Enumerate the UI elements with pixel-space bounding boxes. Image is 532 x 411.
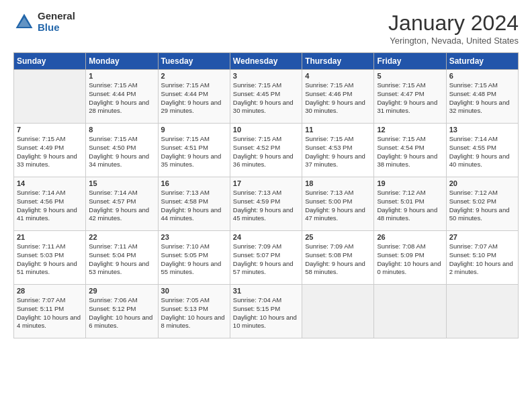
calendar-title: January 2024	[388, 11, 519, 36]
day-cell: 29Sunrise: 7:06 AM Sunset: 5:12 PM Dayli…	[86, 285, 158, 338]
day-number: 24	[233, 233, 299, 241]
week-row-4: 21Sunrise: 7:11 AM Sunset: 5:03 PM Dayli…	[14, 231, 519, 285]
day-cell: 28Sunrise: 7:07 AM Sunset: 5:11 PM Dayli…	[14, 285, 86, 338]
day-cell: 7Sunrise: 7:15 AM Sunset: 4:49 PM Daylig…	[14, 124, 86, 177]
day-info: Sunrise: 7:11 AM Sunset: 5:04 PM Dayligh…	[89, 242, 154, 277]
day-cell	[14, 70, 86, 124]
day-info: Sunrise: 7:15 AM Sunset: 4:44 PM Dayligh…	[161, 81, 227, 116]
day-number: 7	[17, 126, 83, 134]
logo-icon	[13, 11, 35, 33]
day-cell: 18Sunrise: 7:13 AM Sunset: 5:00 PM Dayli…	[302, 177, 374, 231]
day-info: Sunrise: 7:06 AM Sunset: 5:12 PM Dayligh…	[89, 296, 154, 330]
header-cell-sunday: Sunday	[14, 53, 86, 70]
logo-blue-text: Blue	[38, 22, 75, 34]
day-number: 22	[89, 233, 154, 241]
day-info: Sunrise: 7:04 AM Sunset: 5:15 PM Dayligh…	[233, 296, 299, 330]
day-cell: 27Sunrise: 7:07 AM Sunset: 5:10 PM Dayli…	[446, 231, 518, 285]
day-info: Sunrise: 7:14 AM Sunset: 4:57 PM Dayligh…	[89, 189, 154, 223]
day-info: Sunrise: 7:15 AM Sunset: 4:45 PM Dayligh…	[233, 81, 299, 116]
day-cell: 25Sunrise: 7:09 AM Sunset: 5:08 PM Dayli…	[302, 231, 374, 285]
day-info: Sunrise: 7:13 AM Sunset: 5:00 PM Dayligh…	[305, 189, 371, 223]
day-cell: 16Sunrise: 7:13 AM Sunset: 4:58 PM Dayli…	[158, 177, 230, 231]
day-number: 25	[305, 233, 371, 241]
day-info: Sunrise: 7:14 AM Sunset: 4:55 PM Dayligh…	[449, 135, 515, 169]
day-number: 16	[161, 179, 227, 187]
day-info: Sunrise: 7:15 AM Sunset: 4:53 PM Dayligh…	[305, 135, 371, 169]
day-cell: 30Sunrise: 7:05 AM Sunset: 5:13 PM Dayli…	[158, 285, 230, 338]
day-cell	[374, 285, 446, 338]
calendar-subtitle: Yerington, Nevada, United States	[388, 36, 519, 46]
day-number: 31	[233, 287, 299, 295]
header-cell-thursday: Thursday	[302, 53, 374, 70]
day-number: 11	[305, 126, 371, 134]
day-info: Sunrise: 7:05 AM Sunset: 5:13 PM Dayligh…	[161, 296, 227, 330]
day-info: Sunrise: 7:08 AM Sunset: 5:09 PM Dayligh…	[377, 242, 443, 277]
day-cell: 1Sunrise: 7:15 AM Sunset: 4:44 PM Daylig…	[86, 70, 158, 124]
day-info: Sunrise: 7:15 AM Sunset: 4:48 PM Dayligh…	[449, 81, 515, 116]
day-number: 12	[377, 126, 443, 134]
day-info: Sunrise: 7:11 AM Sunset: 5:03 PM Dayligh…	[17, 242, 83, 277]
day-info: Sunrise: 7:15 AM Sunset: 4:52 PM Dayligh…	[233, 135, 299, 169]
day-number: 18	[305, 179, 371, 187]
day-cell: 9Sunrise: 7:15 AM Sunset: 4:51 PM Daylig…	[158, 124, 230, 177]
logo: General Blue	[13, 11, 75, 33]
day-number: 3	[233, 72, 299, 80]
day-number: 14	[17, 179, 83, 187]
day-cell: 12Sunrise: 7:15 AM Sunset: 4:54 PM Dayli…	[374, 124, 446, 177]
day-cell: 21Sunrise: 7:11 AM Sunset: 5:03 PM Dayli…	[14, 231, 86, 285]
day-cell: 13Sunrise: 7:14 AM Sunset: 4:55 PM Dayli…	[446, 124, 518, 177]
logo-text: General Blue	[38, 11, 75, 33]
day-info: Sunrise: 7:14 AM Sunset: 4:56 PM Dayligh…	[17, 189, 83, 223]
day-number: 29	[89, 287, 154, 295]
day-info: Sunrise: 7:07 AM Sunset: 5:10 PM Dayligh…	[449, 242, 515, 277]
day-cell: 8Sunrise: 7:15 AM Sunset: 4:50 PM Daylig…	[86, 124, 158, 177]
day-number: 27	[449, 233, 515, 241]
header-row: SundayMondayTuesdayWednesdayThursdayFrid…	[14, 53, 519, 70]
day-cell	[302, 285, 374, 338]
day-cell: 17Sunrise: 7:13 AM Sunset: 4:59 PM Dayli…	[230, 177, 302, 231]
day-cell: 3Sunrise: 7:15 AM Sunset: 4:45 PM Daylig…	[230, 70, 302, 124]
day-number: 21	[17, 233, 83, 241]
week-row-2: 7Sunrise: 7:15 AM Sunset: 4:49 PM Daylig…	[14, 124, 519, 177]
day-number: 17	[233, 179, 299, 187]
page: General Blue January 2024 Yerington, Nev…	[0, 0, 532, 345]
day-number: 9	[161, 126, 227, 134]
day-cell: 19Sunrise: 7:12 AM Sunset: 5:01 PM Dayli…	[374, 177, 446, 231]
day-info: Sunrise: 7:15 AM Sunset: 4:47 PM Dayligh…	[377, 81, 443, 116]
day-number: 13	[449, 126, 515, 134]
week-row-1: 1Sunrise: 7:15 AM Sunset: 4:44 PM Daylig…	[14, 70, 519, 124]
header-cell-monday: Monday	[86, 53, 158, 70]
day-number: 4	[305, 72, 371, 80]
week-row-5: 28Sunrise: 7:07 AM Sunset: 5:11 PM Dayli…	[14, 285, 519, 338]
day-number: 8	[89, 126, 154, 134]
day-number: 15	[89, 179, 154, 187]
day-number: 6	[449, 72, 515, 80]
day-number: 28	[17, 287, 83, 295]
day-info: Sunrise: 7:12 AM Sunset: 5:02 PM Dayligh…	[449, 189, 515, 223]
day-info: Sunrise: 7:15 AM Sunset: 4:50 PM Dayligh…	[89, 135, 154, 169]
day-number: 2	[161, 72, 227, 80]
day-number: 5	[377, 72, 443, 80]
day-number: 10	[233, 126, 299, 134]
header-cell-tuesday: Tuesday	[158, 53, 230, 70]
day-info: Sunrise: 7:15 AM Sunset: 4:44 PM Dayligh…	[89, 81, 154, 116]
day-cell: 24Sunrise: 7:09 AM Sunset: 5:07 PM Dayli…	[230, 231, 302, 285]
day-cell: 20Sunrise: 7:12 AM Sunset: 5:02 PM Dayli…	[446, 177, 518, 231]
day-info: Sunrise: 7:07 AM Sunset: 5:11 PM Dayligh…	[17, 296, 83, 330]
day-cell: 31Sunrise: 7:04 AM Sunset: 5:15 PM Dayli…	[230, 285, 302, 338]
day-info: Sunrise: 7:15 AM Sunset: 4:54 PM Dayligh…	[377, 135, 443, 169]
day-number: 19	[377, 179, 443, 187]
calendar-table: SundayMondayTuesdayWednesdayThursdayFrid…	[13, 52, 519, 338]
day-number: 1	[89, 72, 154, 80]
title-block: January 2024 Yerington, Nevada, United S…	[388, 11, 519, 46]
day-cell: 4Sunrise: 7:15 AM Sunset: 4:46 PM Daylig…	[302, 70, 374, 124]
day-number: 26	[377, 233, 443, 241]
day-cell: 26Sunrise: 7:08 AM Sunset: 5:09 PM Dayli…	[374, 231, 446, 285]
header-cell-saturday: Saturday	[446, 53, 518, 70]
day-number: 20	[449, 179, 515, 187]
day-cell: 10Sunrise: 7:15 AM Sunset: 4:52 PM Dayli…	[230, 124, 302, 177]
day-cell: 14Sunrise: 7:14 AM Sunset: 4:56 PM Dayli…	[14, 177, 86, 231]
day-number: 23	[161, 233, 227, 241]
day-info: Sunrise: 7:09 AM Sunset: 5:07 PM Dayligh…	[233, 242, 299, 277]
day-cell: 11Sunrise: 7:15 AM Sunset: 4:53 PM Dayli…	[302, 124, 374, 177]
